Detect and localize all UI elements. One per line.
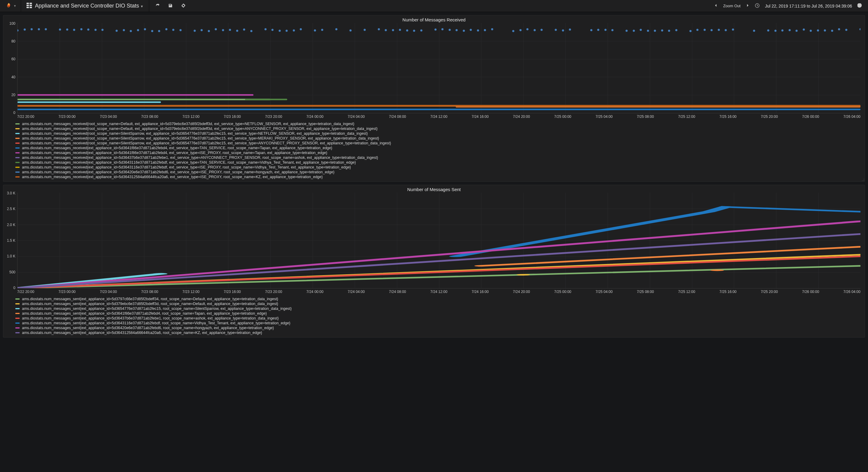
series-point	[477, 30, 479, 32]
legend-swatch	[16, 176, 20, 178]
series-point	[647, 30, 649, 32]
series-point	[590, 29, 592, 31]
x-tick: 7/25 08:00	[637, 290, 654, 294]
legend-swatch	[16, 152, 20, 153]
legend-swatch	[16, 322, 20, 324]
legend-item[interactable]: ams.diostats.num_messages_received{root_…	[16, 127, 861, 131]
svg-rect-6	[30, 7, 32, 8]
series-point	[59, 28, 61, 30]
legend-item[interactable]: ams.diostats.num_messages_received{ext_a…	[16, 156, 861, 160]
series-point	[668, 30, 670, 32]
legend-item[interactable]: ams.diostats.num_messages_received{root_…	[16, 122, 861, 126]
share-button[interactable]	[155, 3, 160, 9]
y-axis: 100806040200	[4, 23, 17, 113]
settings-button[interactable]	[181, 3, 186, 9]
panel-title[interactable]: Number of Messages Sent	[3, 185, 865, 193]
series-point	[278, 30, 281, 32]
dashboard-picker[interactable]: Appliance and Service Controller DIO Sta…	[21, 0, 149, 12]
legend-item[interactable]: ams.diostats.num_messages_sent{ext_appli…	[16, 307, 861, 311]
svg-rect-1	[27, 3, 29, 4]
legend-item[interactable]: ams.diostats.num_messages_sent{ext_appli…	[16, 326, 861, 330]
legend-item[interactable]: ams.diostats.num_messages_received{root_…	[16, 141, 861, 145]
x-tick: 7/26 00:00	[802, 290, 819, 294]
legend-item[interactable]: ams.diostats.num_messages_sent{ext_appli…	[16, 311, 861, 316]
legend-swatch	[16, 327, 20, 328]
time-range-forward-button[interactable]	[746, 4, 749, 8]
svg-rect-3	[27, 5, 29, 6]
time-range-picker[interactable]: Jul 22, 2019 17:11:19 to Jul 26, 2019 04…	[765, 4, 852, 8]
legend-label: ams.diostats.num_messages_sent{ext_appli…	[22, 326, 274, 330]
series-point	[555, 29, 557, 31]
legend-label: ams.diostats.num_messages_received{root_…	[22, 131, 368, 136]
series-point	[788, 29, 790, 31]
dashboard-title: Appliance and Service Controller DIO Sta…	[35, 3, 144, 9]
x-tick: 7/23 00:00	[59, 115, 76, 119]
clock-icon	[755, 3, 760, 9]
series-point	[640, 29, 642, 31]
series-point	[158, 30, 160, 32]
series-point	[725, 29, 727, 31]
series-point	[626, 30, 628, 32]
legend-item[interactable]: ams.diostats.num_messages_received{ext_a…	[16, 165, 861, 169]
x-axis: 7/22 20:007/23 00:007/23 04:007/23 08:00…	[3, 113, 865, 120]
legend-item[interactable]: ams.diostats.num_messages_received{ext_a…	[16, 160, 861, 164]
legend-item[interactable]: ams.diostats.num_messages_received{ext_a…	[16, 151, 861, 155]
grafana-logo[interactable]: ▼	[0, 0, 21, 12]
series-point	[293, 29, 295, 31]
legend-label: ams.diostats.num_messages_sent{ext_appli…	[22, 302, 278, 306]
y-axis: 3.0 K2.5 K2.0 K1.5 K1.0 K5000	[4, 193, 17, 288]
resize-handle-icon[interactable]	[862, 179, 864, 181]
legend-swatch	[16, 143, 20, 144]
series-point	[441, 28, 444, 30]
legend-item[interactable]: ams.diostats.num_messages_received{ext_a…	[16, 146, 861, 150]
x-tick: 7/24 04:00	[348, 290, 365, 294]
series-point	[300, 28, 302, 30]
save-button[interactable]	[168, 3, 173, 9]
legend-item[interactable]: ams.diostats.num_messages_sent{ext_appli…	[16, 302, 861, 306]
graph-area[interactable]: 100806040200	[3, 23, 865, 113]
series-point	[208, 30, 210, 32]
plot-area[interactable]	[17, 23, 861, 113]
legend-item[interactable]: ams.diostats.num_messages_sent{ext_appli…	[16, 297, 861, 301]
legend-item[interactable]: ams.diostats.num_messages_received{root_…	[16, 131, 861, 136]
legend-item[interactable]: ams.diostats.num_messages_received{root_…	[16, 136, 861, 140]
legend-label: ams.diostats.num_messages_sent{ext_appli…	[22, 311, 267, 316]
series-point	[222, 29, 224, 31]
time-range-back-button[interactable]	[714, 4, 718, 8]
legend-item[interactable]: ams.diostats.num_messages_sent{ext_appli…	[16, 316, 861, 320]
legend-label: ams.diostats.num_messages_received{ext_a…	[22, 170, 335, 174]
series-point	[753, 30, 755, 32]
x-tick: 7/22 20:00	[17, 115, 34, 119]
legend-swatch	[16, 313, 20, 314]
legend-item[interactable]: ams.diostats.num_messages_received{ext_a…	[16, 170, 861, 174]
series-point	[406, 30, 408, 32]
zoom-out-button[interactable]: Zoom Out	[723, 4, 741, 8]
series-point	[80, 28, 82, 30]
legend-item[interactable]: ams.diostats.num_messages_sent{ext_appli…	[16, 331, 861, 335]
series-point	[116, 30, 118, 32]
refresh-button[interactable]	[858, 3, 862, 9]
series-point	[286, 30, 288, 32]
x-tick: 7/24 12:00	[430, 290, 447, 294]
series-point	[434, 29, 436, 31]
legend-item[interactable]: ams.diostats.num_messages_sent{ext_appli…	[16, 321, 861, 325]
legend-item[interactable]: ams.diostats.num_messages_received{ext_a…	[16, 175, 861, 179]
plot-area[interactable]	[17, 193, 861, 288]
series-point	[420, 30, 422, 32]
top-toolbar: ▼ Appliance and Service Controller DIO S…	[0, 0, 868, 12]
graph-area[interactable]: 3.0 K2.5 K2.0 K1.5 K1.0 K5000	[3, 193, 865, 288]
series-point	[711, 29, 713, 31]
series-point	[173, 29, 175, 31]
series-point	[696, 29, 699, 31]
legend-swatch	[16, 157, 20, 158]
x-tick: 7/24 20:00	[513, 290, 530, 294]
series-point	[179, 29, 181, 31]
legend-swatch	[16, 147, 20, 149]
series-point	[519, 29, 521, 31]
panel-title[interactable]: Number of Messages Received	[3, 15, 865, 23]
series-point	[413, 30, 415, 32]
series-line	[18, 109, 861, 110]
svg-rect-2	[30, 3, 32, 4]
series-point	[448, 29, 451, 31]
x-tick: 7/24 12:00	[430, 115, 447, 119]
